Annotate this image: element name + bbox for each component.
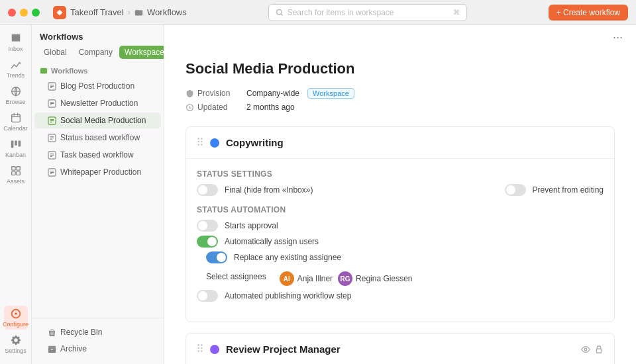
updated-label: Updated — [186, 103, 238, 112]
provision-label: Provision — [186, 89, 238, 98]
svg-point-52 — [201, 344, 203, 346]
workflows-folder-icon — [134, 8, 143, 17]
sidebar-item-task-based-label: Task based workflow — [60, 150, 134, 159]
breadcrumb-org[interactable]: Takeoff Travel — [70, 7, 124, 17]
breadcrumb-section[interactable]: Workflows — [147, 7, 187, 17]
nav-trends[interactable]: Trends — [4, 57, 28, 81]
final-row: Final (hide from «Inbox») Prevent from e… — [197, 184, 604, 196]
sidebar-item-status-based[interactable]: Status based workflow — [34, 130, 161, 146]
svg-rect-14 — [11, 171, 15, 175]
svg-rect-42 — [48, 345, 56, 347]
replace-label: Replace any existing assignee — [234, 253, 604, 262]
sidebar-item-whitepaper-label: Whitepaper Production — [60, 167, 141, 177]
tab-workspace[interactable]: Workspace — [119, 46, 164, 59]
tab-global[interactable]: Global — [38, 46, 72, 59]
starts-approval-toggle[interactable] — [197, 220, 218, 232]
sidebar-item-archive[interactable]: Archive — [34, 341, 161, 357]
select-assignees-row: Select assignees AI Anja Illner RG Regin… — [197, 267, 604, 286]
eye-icon — [581, 345, 590, 354]
nav-configure-label: Configure — [3, 321, 28, 328]
svg-line-2 — [281, 13, 283, 15]
sidebar-item-social-media[interactable]: Social Media Production — [34, 113, 161, 128]
stage-title-copywriting: Copywriting — [226, 137, 604, 148]
minimize-button[interactable] — [20, 9, 28, 17]
final-label: Final (hide from «Inbox») — [225, 185, 498, 195]
replace-toggle[interactable] — [206, 251, 227, 263]
sidebar-item-recycle-bin-label: Recycle Bin — [60, 328, 102, 337]
prevent-toggle[interactable] — [505, 184, 526, 196]
svg-point-47 — [197, 141, 199, 143]
svg-point-49 — [197, 144, 199, 146]
assignee-regina: RG Regina Giessen — [338, 271, 412, 286]
search-shortcut: ⌘ — [453, 9, 460, 16]
nav-assets[interactable]: Assets — [4, 163, 28, 187]
drag-handle-copywriting[interactable] — [197, 136, 203, 149]
replace-existing-row: Replace any existing assignee — [197, 251, 604, 263]
nav-browse-label: Browse — [5, 99, 25, 105]
status-settings-label: Status settings — [197, 169, 604, 179]
sidebar-item-status-based-label: Status based workflow — [60, 133, 140, 142]
stage-title-review-pm: Review Project Manager — [226, 343, 574, 355]
sidebar-item-blog-post[interactable]: Blog Post Production — [34, 78, 161, 94]
maximize-button[interactable] — [32, 9, 40, 17]
workflow-icon — [48, 168, 56, 177]
final-toggle[interactable] — [197, 184, 218, 196]
nav-inbox-label: Inbox — [8, 46, 23, 52]
nav-settings-label: Settings — [5, 347, 26, 354]
sidebar-item-social-media-label: Social Media Production — [60, 116, 146, 125]
tab-company[interactable]: Company — [74, 46, 118, 59]
svg-point-48 — [201, 141, 203, 143]
svg-point-53 — [197, 347, 199, 349]
sidebar-item-blog-post-label: Blog Post Production — [60, 81, 134, 91]
archive-icon — [48, 345, 56, 353]
nav-browse[interactable]: Browse — [4, 83, 28, 107]
auto-publish-toggle[interactable] — [197, 290, 218, 302]
nav-settings[interactable]: Settings — [4, 332, 28, 356]
nav-configure[interactable]: Configure — [4, 306, 28, 330]
sidebar-item-recycle-bin[interactable]: Recycle Bin — [34, 324, 161, 340]
app-icon — [53, 6, 66, 19]
breadcrumb: Takeoff Travel › Workflows — [53, 6, 187, 19]
svg-point-54 — [201, 347, 203, 349]
close-button[interactable] — [8, 9, 16, 17]
avatar-regina: RG — [338, 271, 352, 286]
sidebar-title: Workflows — [32, 25, 164, 46]
nav-calendar[interactable]: Calendar — [4, 110, 28, 134]
svg-rect-5 — [11, 114, 20, 122]
svg-rect-13 — [16, 167, 19, 170]
svg-rect-16 — [40, 68, 47, 74]
stage-review-pm: Review Project Manager Status settings F… — [186, 333, 615, 364]
assignee-regina-name: Regina Giessen — [356, 274, 412, 283]
lock-icon — [594, 345, 604, 354]
workspace-badge: Workspace — [307, 88, 354, 99]
workflow-icon — [48, 151, 56, 159]
stage-icons-review-pm — [581, 345, 604, 354]
workflow-icon — [48, 99, 56, 108]
nav-assets-label: Assets — [7, 178, 25, 185]
workflow-icon — [48, 82, 56, 91]
auto-assign-row: Automatically assign users — [197, 236, 604, 248]
assignee-anja: AI Anja Illner — [280, 271, 333, 286]
search-box[interactable]: Search for items in workspace ⌘ — [268, 4, 467, 21]
nav-inbox[interactable]: Inbox — [4, 30, 28, 54]
more-options-button[interactable]: ··· — [610, 30, 625, 44]
auto-assign-toggle[interactable] — [197, 236, 218, 248]
sidebar-tabs: Global Company Workspace — [32, 46, 164, 64]
stage-copywriting-header: Copywriting — [186, 127, 614, 159]
assignee-anja-name: Anja Illner — [297, 274, 333, 283]
sidebar-item-task-based[interactable]: Task based workflow — [34, 147, 161, 163]
drag-handle-review-pm[interactable] — [197, 343, 203, 355]
search-area: Search for items in workspace ⌘ — [192, 4, 543, 21]
svg-point-50 — [201, 144, 203, 146]
create-workflow-button[interactable]: + Create workflow — [549, 5, 628, 21]
status-automation-group: Status automation Starts approval Automa… — [197, 205, 604, 302]
nav-kanban[interactable]: Kanban — [4, 136, 28, 160]
stage-review-pm-header: Review Project Manager — [186, 334, 614, 364]
auto-publish-row: Automated publishing workflow step — [197, 290, 604, 302]
nav-trends-label: Trends — [7, 72, 25, 79]
sidebar-item-newsletter-label: Newsletter Production — [60, 99, 138, 108]
sidebar-item-whitepaper[interactable]: Whitepaper Production — [34, 164, 161, 180]
sidebar-item-newsletter[interactable]: Newsletter Production — [34, 95, 161, 111]
provision-row: Provision Company-wide Workspace — [186, 88, 615, 99]
updated-icon — [186, 103, 194, 112]
